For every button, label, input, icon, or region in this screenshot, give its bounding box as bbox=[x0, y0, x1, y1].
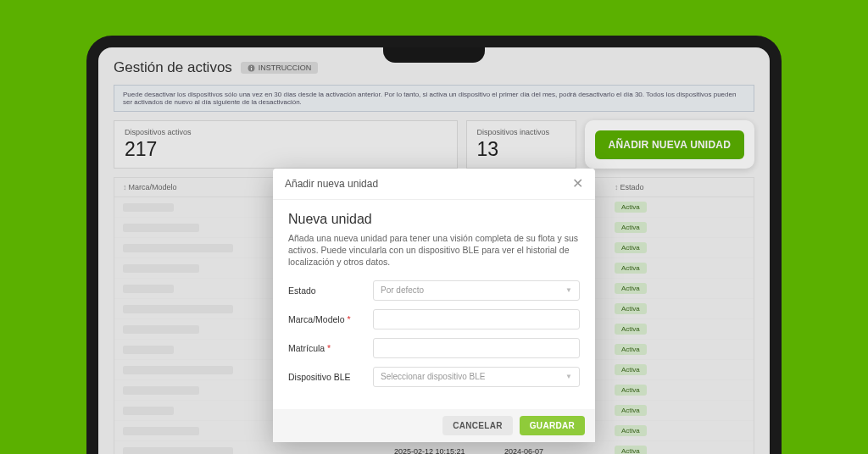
sort-icon: ↕ bbox=[615, 183, 619, 191]
plate-label: Matrícula * bbox=[288, 343, 373, 353]
field-state: Estado Por defecto ▼ bbox=[288, 280, 580, 301]
modal-header-title: Añadir nueva unidad bbox=[285, 178, 378, 190]
placeholder-text bbox=[123, 285, 174, 293]
col-state[interactable]: ↕Estado bbox=[615, 183, 745, 191]
inactive-devices-card: Dispositivos inactivos 13 bbox=[466, 120, 576, 169]
placeholder-text bbox=[123, 203, 174, 212]
inactive-devices-label: Dispositivos inactivos bbox=[477, 128, 565, 136]
active-devices-label: Dispositivos activos bbox=[125, 128, 447, 136]
close-icon[interactable]: ✕ bbox=[572, 177, 583, 191]
placeholder-text bbox=[123, 386, 199, 395]
instruction-chip[interactable]: INSTRUCCION bbox=[241, 62, 319, 74]
chevron-down-icon: ▼ bbox=[565, 373, 572, 380]
state-select[interactable]: Por defecto ▼ bbox=[373, 280, 580, 301]
sort-icon: ↕ bbox=[123, 183, 127, 191]
field-make-model: Marca/Modelo * bbox=[288, 309, 580, 329]
inactive-devices-value: 13 bbox=[477, 138, 565, 161]
ble-label: Dispositivo BLE bbox=[288, 372, 373, 382]
make-model-label: Marca/Modelo * bbox=[288, 314, 373, 324]
placeholder-text bbox=[123, 264, 199, 273]
table-row[interactable]: 2025-02-12 10:15:212024-06-07Activa bbox=[114, 441, 754, 454]
status-badge: Activa bbox=[615, 242, 647, 253]
modal-header: Añadir nueva unidad ✕ bbox=[273, 169, 595, 200]
placeholder-text bbox=[123, 407, 174, 415]
modal-footer: CANCELAR GUARDAR bbox=[273, 409, 595, 442]
add-unit-modal: Añadir nueva unidad ✕ Nueva unidad Añada… bbox=[273, 169, 595, 442]
status-badge: Activa bbox=[615, 344, 647, 355]
instruction-chip-label: INSTRUCCION bbox=[259, 64, 312, 72]
chevron-down-icon: ▼ bbox=[565, 286, 572, 294]
modal-description: Añada una nueva unidad para tener una vi… bbox=[288, 232, 580, 269]
active-devices-value: 217 bbox=[125, 138, 447, 161]
modal-body: Nueva unidad Añada una nueva unidad para… bbox=[273, 200, 595, 409]
cell-activation: 2024-06-07 bbox=[504, 447, 615, 455]
state-label: Estado bbox=[288, 285, 373, 296]
status-badge: Activa bbox=[615, 425, 647, 436]
status-badge: Activa bbox=[615, 364, 647, 375]
field-plate: Matrícula * bbox=[288, 338, 580, 358]
ble-select[interactable]: Seleccionar dispositivo BLE ▼ bbox=[373, 367, 580, 387]
status-badge: Activa bbox=[615, 324, 647, 335]
page-title: Gestión de activos bbox=[114, 59, 232, 76]
cancel-button[interactable]: CANCELAR bbox=[442, 416, 513, 435]
placeholder-text bbox=[123, 366, 233, 374]
placeholder-text bbox=[123, 305, 233, 313]
cell-timestamp: 2025-02-12 10:15:21 bbox=[394, 447, 504, 455]
status-badge: Activa bbox=[615, 263, 647, 274]
placeholder-text bbox=[123, 224, 199, 232]
active-devices-card: Dispositivos activos 217 bbox=[114, 120, 458, 169]
placeholder-text bbox=[123, 447, 233, 455]
add-unit-highlight: AÑADIR NUEVA UNIDAD bbox=[585, 120, 754, 169]
placeholder-text bbox=[123, 325, 199, 334]
plate-input[interactable] bbox=[373, 338, 580, 358]
status-badge: Activa bbox=[615, 446, 647, 454]
status-badge: Activa bbox=[615, 303, 647, 314]
field-ble: Dispositivo BLE Seleccionar dispositivo … bbox=[288, 367, 580, 387]
device-notch bbox=[383, 47, 485, 63]
state-select-value: Por defecto bbox=[381, 285, 424, 295]
ble-select-value: Seleccionar dispositivo BLE bbox=[381, 372, 485, 381]
modal-title: Nueva unidad bbox=[288, 212, 580, 227]
status-badge: Activa bbox=[615, 222, 647, 233]
status-badge: Activa bbox=[615, 202, 647, 213]
info-icon bbox=[248, 64, 255, 72]
add-unit-button[interactable]: AÑADIR NUEVA UNIDAD bbox=[595, 130, 744, 159]
placeholder-text bbox=[123, 427, 199, 435]
make-model-input[interactable] bbox=[373, 309, 580, 329]
placeholder-text bbox=[123, 244, 233, 252]
placeholder-text bbox=[123, 346, 174, 354]
info-banner: Puede desactivar los dispositivos sólo u… bbox=[114, 85, 754, 112]
svg-point-2 bbox=[251, 65, 252, 66]
stats-row: Dispositivos activos 217 Dispositivos in… bbox=[114, 120, 754, 169]
svg-rect-1 bbox=[251, 67, 252, 69]
status-badge: Activa bbox=[615, 283, 647, 294]
save-button[interactable]: GUARDAR bbox=[520, 416, 585, 435]
status-badge: Activa bbox=[615, 405, 647, 416]
status-badge: Activa bbox=[615, 385, 647, 396]
